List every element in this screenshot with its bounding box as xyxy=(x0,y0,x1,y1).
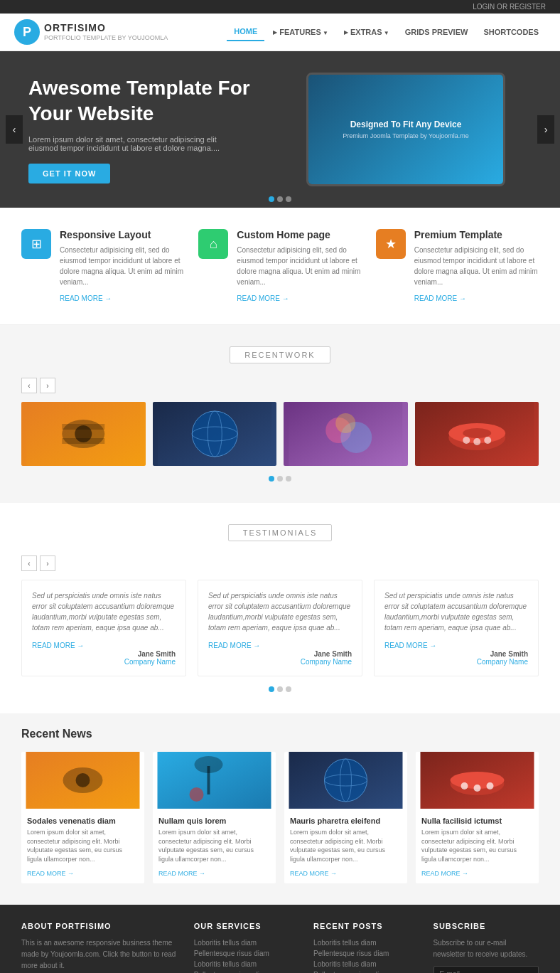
header: P ORTFISIMO PORTFOLIO TEMPLATE BY YOUJOO… xyxy=(0,14,560,51)
testimonial-company-2: Company Name xyxy=(208,658,352,666)
news-text-4: Lorem ipsum dolor sit amet, consectetur … xyxy=(421,828,533,863)
feature-text-homepage: Consectetur adipisicing elit, sed do eiu… xyxy=(237,245,361,287)
footer-service-3[interactable]: Loboritis tellus diam xyxy=(194,959,299,969)
footer-services-title: OUR SERVICES xyxy=(194,922,299,930)
portfolio-section-header: RECENTWORK xyxy=(21,346,539,363)
portfolio-dot-3[interactable] xyxy=(286,476,291,482)
testimonial-text-2: Sed ut perspiciatis unde omnis iste natu… xyxy=(208,590,352,633)
footer-service-2[interactable]: Pellentesque risus diam xyxy=(194,948,299,959)
portfolio-dot-2[interactable] xyxy=(277,476,283,482)
footer: ABOUT PORTFISIMO This is an awesome resp… xyxy=(0,905,560,973)
news-readmore-3[interactable]: READ MORE → xyxy=(290,870,337,877)
feature-icon-responsive: ⊞ xyxy=(21,229,51,259)
news-readmore-4[interactable]: READ MORE → xyxy=(421,870,468,877)
testimonials-nav-left[interactable]: ‹ xyxy=(21,555,37,571)
portfolio-dot-1[interactable] xyxy=(269,476,274,482)
news-text-3: Lorem ipsum dolor sit amet, consectetur … xyxy=(290,828,402,863)
hero-headline: Awesome Template For Your Website xyxy=(28,75,280,127)
feature-item-premium: ★ Premium Template Consectetur adipisici… xyxy=(376,229,539,303)
hero-cta-button[interactable]: GET IT NOW xyxy=(28,164,110,184)
portfolio-section: RECENTWORK ‹ › xyxy=(0,325,560,503)
feature-readmore-responsive[interactable]: READ MORE → xyxy=(60,294,112,302)
hero-arrow-right[interactable]: › xyxy=(537,115,554,144)
news-text-1: Lorem ipsum dolor sit amet, consectetur … xyxy=(27,828,139,863)
news-content-2: Nullam quis lorem Lorem ipsum dolor sit … xyxy=(153,811,276,883)
portfolio-image-2 xyxy=(153,402,277,466)
footer-services-list: Loboritis tellus diam Pellentesque risus… xyxy=(194,937,299,973)
footer-posts-list: Loboritis tellus diam Pellentesque risus… xyxy=(313,937,419,973)
testimonial-readmore-1[interactable]: READ MORE → xyxy=(32,642,84,649)
svg-point-36 xyxy=(487,782,494,789)
top-bar: LOGIN OR REGISTER xyxy=(0,0,560,14)
feature-content-responsive: Responsive Layout Consectetur adipisicin… xyxy=(60,229,184,303)
testimonials-dot-1[interactable] xyxy=(269,686,274,692)
feature-content-premium: Premium Template Consectetur adipisicing… xyxy=(414,229,539,303)
footer-post-1[interactable]: Loboritis tellus diam xyxy=(313,937,419,948)
svg-point-4 xyxy=(75,425,92,442)
news-title-4: Nulla facilisid ictumst xyxy=(421,817,533,825)
footer-about-title: ABOUT PORTFISIMO xyxy=(21,922,180,930)
hero-arrow-left[interactable]: ‹ xyxy=(6,115,23,144)
svg-point-17 xyxy=(463,437,470,444)
feature-readmore-homepage[interactable]: READ MORE → xyxy=(237,294,289,302)
news-item-4: Nulla facilisid ictumst Lorem ipsum dolo… xyxy=(416,752,539,883)
testimonials-dot-2[interactable] xyxy=(277,686,283,692)
svg-point-25 xyxy=(195,756,223,773)
nav-item-grids[interactable]: GRIDS PREVIEW xyxy=(398,23,475,41)
tagline: PORTFOLIO TEMPLATE BY YOUJOOMLA xyxy=(44,34,168,42)
svg-point-12 xyxy=(335,413,355,433)
news-text-2: Lorem ipsum dolor sit amet, consectetur … xyxy=(158,828,270,863)
footer-service-1[interactable]: Loboritis tellus diam xyxy=(194,937,299,948)
portfolio-item-4[interactable] xyxy=(415,402,539,466)
footer-about-text: This is an awesome responsive business t… xyxy=(21,937,180,972)
subscribe-email-input[interactable] xyxy=(434,966,539,973)
footer-post-4[interactable]: Pellentesque risus diam xyxy=(313,969,419,973)
nav-item-extras[interactable]: ▸ EXTRAS xyxy=(337,23,397,41)
news-title-1: Sodales venenatis diam xyxy=(27,817,139,825)
footer-post-3[interactable]: Loboritis tellus diam xyxy=(313,959,419,969)
testimonial-company-1: Company Name xyxy=(32,658,176,666)
screen-title: Designed To Fit Any Device xyxy=(350,119,462,129)
testimonial-text-1: Sed ut perspiciatis unde omnis iste natu… xyxy=(32,590,176,633)
news-readmore-1[interactable]: READ MORE → xyxy=(27,870,74,877)
testimonials-nav-right[interactable]: › xyxy=(40,555,55,571)
footer-grid: ABOUT PORTFISIMO This is an awesome resp… xyxy=(21,922,539,973)
hero-visual: Designed To Fit Any Device Premium Jooml… xyxy=(280,73,532,186)
footer-post-2[interactable]: Pellentesque risus diam xyxy=(313,948,419,959)
testimonial-author-3: Jane Smith xyxy=(384,650,528,658)
hero-dot-3[interactable] xyxy=(286,196,291,202)
hero-subtext: Lorem ipsum dolor sit amet, consectetur … xyxy=(28,135,227,152)
news-item-2: Nullam quis lorem Lorem ipsum dolor sit … xyxy=(153,752,276,883)
hero-dot-1[interactable] xyxy=(269,196,274,202)
testimonial-company-3: Company Name xyxy=(384,658,528,666)
login-register-link[interactable]: LOGIN OR REGISTER xyxy=(473,3,546,11)
testimonial-readmore-3[interactable]: READ MORE → xyxy=(384,642,436,649)
news-readmore-2[interactable]: READ MORE → xyxy=(158,870,205,877)
testimonials-section-label: TESTIMONIALS xyxy=(228,524,333,541)
portfolio-nav-right[interactable]: › xyxy=(40,378,55,393)
portfolio-item-1[interactable] xyxy=(21,402,146,466)
hero-dot-2[interactable] xyxy=(277,196,283,202)
testimonial-readmore-2[interactable]: READ MORE → xyxy=(208,642,260,649)
portfolio-item-3[interactable] xyxy=(284,402,408,466)
portfolio-nav-left[interactable]: ‹ xyxy=(21,378,37,393)
nav-item-home[interactable]: HOME xyxy=(227,23,264,41)
portfolio-item-2[interactable] xyxy=(153,402,277,466)
news-content-3: Mauris pharetra eleifend Lorem ipsum dol… xyxy=(284,811,407,883)
news-title-3: Mauris pharetra eleifend xyxy=(290,817,402,825)
portfolio-nav: ‹ › xyxy=(21,378,539,393)
footer-service-4[interactable]: Pellentesque risus diam xyxy=(194,969,299,973)
features-row: ⊞ Responsive Layout Consectetur adipisic… xyxy=(0,208,560,325)
nav-item-shortcodes[interactable]: SHORTCODES xyxy=(476,23,546,41)
svg-point-35 xyxy=(474,785,481,792)
svg-point-22 xyxy=(76,773,90,787)
feature-title-homepage: Custom Home page xyxy=(237,229,361,240)
hero-dots xyxy=(269,196,291,202)
testimonials-nav: ‹ › xyxy=(21,555,539,571)
svg-point-16 xyxy=(463,428,491,438)
testimonials-dot-3[interactable] xyxy=(286,686,291,692)
footer-posts-title: RECENT POSTS xyxy=(313,922,419,930)
nav-item-features[interactable]: ▸ FEATURES xyxy=(266,23,335,41)
portfolio-section-label: RECENTWORK xyxy=(230,346,330,363)
feature-readmore-premium[interactable]: READ MORE → xyxy=(414,294,466,302)
